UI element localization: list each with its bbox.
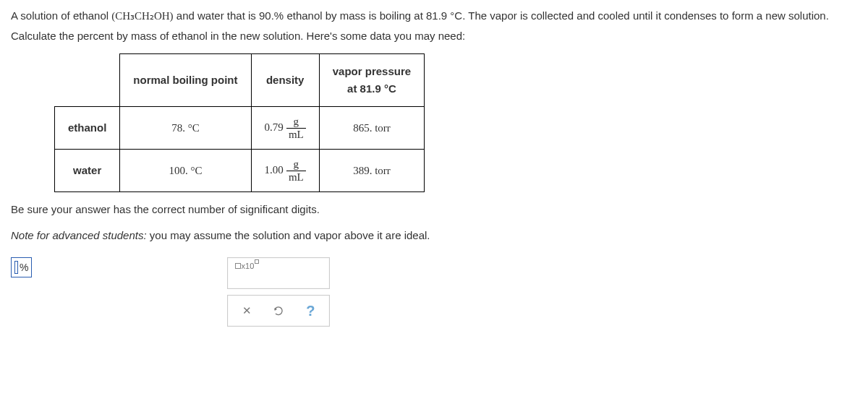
header-density: density bbox=[251, 54, 319, 107]
sigfig-note: Be sure your answer has the correct numb… bbox=[11, 201, 857, 218]
toolbox-row-1: x10 bbox=[227, 257, 330, 289]
clear-button[interactable] bbox=[234, 300, 260, 322]
ethanol-bp: 78. °C bbox=[120, 107, 251, 150]
unit-ml: mL bbox=[286, 171, 306, 184]
undo-button[interactable] bbox=[265, 300, 292, 322]
ethanol-density: 0.79 g mL bbox=[251, 107, 319, 150]
table-corner bbox=[55, 54, 120, 107]
answer-cursor-icon bbox=[14, 261, 18, 274]
answer-input[interactable]: % bbox=[11, 257, 32, 277]
sci-mantissa-icon bbox=[235, 263, 241, 269]
problem-line1-pre: A solution of ethanol bbox=[11, 9, 111, 22]
water-density-num: 1.00 bbox=[265, 164, 284, 176]
header-boiling-point: normal boiling point bbox=[120, 54, 251, 107]
toolbox-row-2: ? bbox=[227, 295, 330, 327]
row-label-water: water bbox=[55, 150, 120, 192]
sci-base-label: x10 bbox=[242, 262, 255, 270]
table-row: water 100. °C 1.00 g mL 389. torr bbox=[55, 150, 425, 192]
header-bp-text: normal boiling point bbox=[133, 74, 237, 86]
scientific-notation-button[interactable]: x10 bbox=[234, 262, 260, 284]
advanced-note: Note for advanced students: you may assu… bbox=[11, 227, 857, 244]
advanced-note-prefix: Note for advanced students: bbox=[11, 229, 147, 241]
ethanol-formula: (CH₃CH₂OH) bbox=[111, 10, 173, 22]
advanced-note-body: you may assume the solution and vapor ab… bbox=[147, 229, 430, 241]
unit-ml: mL bbox=[286, 129, 306, 141]
help-button[interactable]: ? bbox=[297, 300, 323, 322]
data-table: normal boiling point density vapor press… bbox=[54, 53, 425, 192]
water-density: 1.00 g mL bbox=[251, 150, 319, 192]
density-unit-frac: g mL bbox=[286, 158, 306, 183]
table-row: ethanol 78. °C 0.79 g mL 865. torr bbox=[55, 107, 425, 150]
water-bp: 100. °C bbox=[120, 150, 251, 192]
unit-g: g bbox=[286, 116, 306, 129]
header-vp-b: at 81.9 °C bbox=[347, 82, 396, 95]
ethanol-vp: 865. torr bbox=[319, 107, 424, 150]
problem-line1-post: and water that is 90.% ethanol by mass i… bbox=[174, 9, 829, 22]
density-unit-frac: g mL bbox=[286, 116, 306, 140]
row-label-ethanol: ethanol bbox=[55, 107, 120, 150]
answer-toolbox: x10 ? bbox=[227, 257, 330, 327]
problem-line2: Calculate the percent by mass of ethanol… bbox=[11, 27, 857, 45]
ethanol-density-num: 0.79 bbox=[265, 121, 284, 133]
header-vp-a: vapor pressure bbox=[333, 65, 411, 77]
water-vp: 389. torr bbox=[319, 150, 424, 192]
answer-unit: % bbox=[20, 259, 28, 275]
problem-statement: A solution of ethanol (CH₃CH₂OH) and wat… bbox=[11, 7, 857, 45]
unit-g: g bbox=[286, 158, 306, 171]
sci-exp-icon bbox=[255, 259, 259, 265]
header-vapor-pressure: vapor pressure at 81.9 °C bbox=[319, 54, 424, 107]
undo-icon bbox=[273, 305, 284, 317]
